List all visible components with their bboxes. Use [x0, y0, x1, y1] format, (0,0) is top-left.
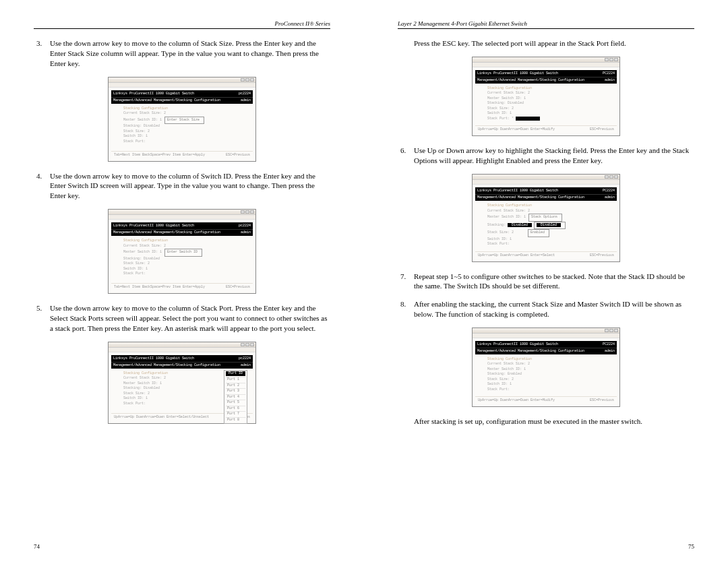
step-number: 3. [36, 38, 42, 49]
screenshot-stack-port: Linksys ProConnectII 1000 Gigabit Switch… [108, 342, 256, 424]
steps-list-left-2: 4. Use the down arrow key to move to the… [34, 171, 330, 201]
steps-list-left-3: 5. Use the down arrow key to move to the… [34, 303, 330, 334]
window-toolbar [109, 83, 255, 88]
step-text: After enabling the stacking, the current… [414, 300, 681, 318]
page-number-left: 74 [34, 543, 40, 550]
step-5: 5. Use the down arrow key to move to the… [34, 303, 330, 334]
step-text: Use the down arrow key to move to the co… [50, 39, 319, 67]
screenshot-stack-options: Linksys ProConnectII 1000 Gigabit Switch… [472, 174, 620, 262]
step-text: Use the down arrow key to move to the co… [50, 172, 315, 200]
step-text: Repeat step 1~5 to configure other switc… [414, 272, 685, 290]
steps-list-left: 3. Use the down arrow key to move to the… [34, 38, 330, 69]
screenshot-stack-size: Linksys ProConnectII 1000 Gigabit Switch… [108, 77, 256, 162]
step-4: 4. Use the down arrow key to move to the… [34, 171, 330, 201]
window-titlebar [109, 77, 255, 83]
steps-list-right: 6. Use Up or Down arrow key to highlight… [398, 146, 694, 166]
step-8: 8. After enabling the stacking, the curr… [398, 299, 694, 319]
step-number: 5. [36, 303, 42, 313]
step-number: 7. [400, 272, 406, 282]
left-page: ProConnect II® Series 3. Use the down ar… [0, 0, 364, 562]
closing-paragraph: After stacking is set up, configuration … [398, 416, 694, 427]
page-number-right: 75 [688, 543, 694, 550]
port-list-popup: Port ID Port 1 Port 2 Port 3 Port 4 Port… [224, 370, 247, 425]
step-number: 4. [36, 171, 42, 181]
screenshot-port-selected: Linksys ProConnectII 1000 Gigabit Switch… [472, 57, 620, 137]
step-7: 7. Repeat step 1~5 to configure other sw… [398, 272, 694, 292]
right-page: Layer 2 Management 4-Port Gigabit Ethern… [364, 0, 728, 562]
step-text: Use Up or Down arrow key to highlight th… [414, 146, 689, 164]
steps-list-right-2: 7. Repeat step 1~5 to configure other sw… [398, 272, 694, 319]
page-header-right: Layer 2 Management 4-Port Gigabit Ethern… [398, 20, 694, 29]
step-6: 6. Use Up or Down arrow key to highlight… [398, 146, 694, 166]
step-number: 8. [400, 299, 406, 309]
step-3: 3. Use the down arrow key to move to the… [34, 38, 330, 69]
page-header-left: ProConnect II® Series [34, 20, 330, 29]
screenshot-switch-id: Linksys ProConnectII 1000 Gigabit Switch… [108, 209, 256, 294]
step-number: 6. [400, 146, 406, 156]
step-text: Use the down arrow key to move to the co… [50, 304, 327, 332]
intro-paragraph: Press the ESC key. The selected port wil… [398, 38, 694, 49]
screenshot-stacking-enabled: Linksys ProConnectII 1000 Gigabit Switch… [472, 327, 620, 408]
